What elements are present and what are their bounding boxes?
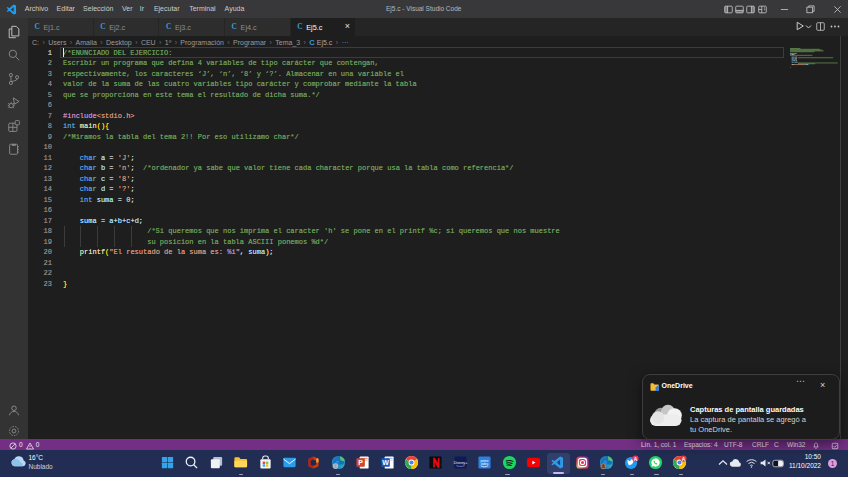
svg-text:W: W <box>382 459 389 466</box>
svg-text:P: P <box>358 459 363 466</box>
svg-text:Disney+: Disney+ <box>453 461 467 465</box>
svg-text:A: A <box>682 457 686 462</box>
svg-text:video: video <box>481 462 489 466</box>
svg-text:A: A <box>633 457 637 462</box>
